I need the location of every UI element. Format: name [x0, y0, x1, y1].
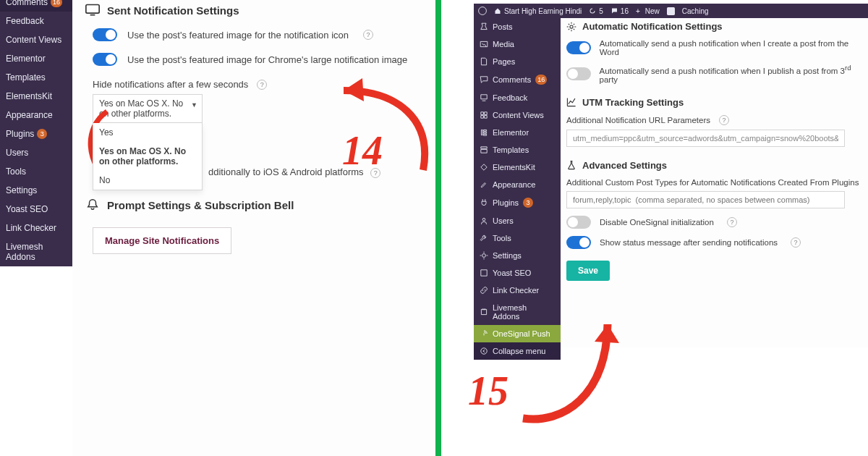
comments-link[interactable]: 16 — [610, 7, 629, 15]
sidebar-item-plugins[interactable]: Plugins3 — [474, 193, 561, 212]
custom-post-types-input[interactable] — [566, 191, 845, 208]
help-icon[interactable]: ? — [791, 237, 801, 248]
sidebar-item-collapse-menu[interactable]: Collapse menu — [474, 342, 561, 360]
help-icon[interactable]: ? — [719, 115, 729, 125]
help-icon[interactable]: ? — [257, 80, 267, 90]
sidebar-item-livemesh-addons[interactable]: Livemesh Addons — [0, 237, 72, 266]
sidebar-item-link-checker[interactable]: Link Checker — [0, 219, 72, 237]
dropdown-option[interactable]: Yes on Mac OS X. No on other platforms. — [93, 142, 202, 171]
gear-icon — [480, 251, 488, 260]
comment-icon — [480, 75, 488, 84]
sidebar-item-comments[interactable]: Comments16 — [0, 0, 72, 12]
yoast-icon — [480, 269, 488, 277]
sidebar-item-settings[interactable]: Settings — [0, 181, 72, 200]
svg-rect-3 — [667, 7, 675, 15]
toggle-label: Automatically send a push notification w… — [600, 39, 868, 56]
yoast-admin-icon[interactable] — [667, 7, 675, 15]
sidebar-item-tools[interactable]: Tools — [0, 162, 72, 181]
sidebar-item-media[interactable]: Media — [474, 35, 561, 53]
brush-icon — [480, 180, 488, 189]
save-button[interactable]: Save — [566, 261, 610, 281]
section-title: UTM Tracking Settings — [582, 97, 684, 108]
sidebar-item-templates[interactable]: Templates — [474, 141, 561, 159]
sidebar-item-tools[interactable]: Tools — [474, 229, 561, 247]
help-icon[interactable]: ? — [370, 168, 380, 178]
addons-icon — [480, 308, 488, 316]
sidebar-item-appearance[interactable]: Appearance — [474, 176, 561, 193]
toggle-status-msg[interactable] — [566, 236, 591, 249]
svg-rect-1 — [90, 14, 95, 16]
sidebar-item-livemesh-addons[interactable]: Livemesh Addons — [474, 299, 561, 325]
sidebar-item-elementskit[interactable]: ElementsKit — [0, 87, 72, 106]
sidebar-item-posts[interactable]: Posts — [474, 18, 561, 35]
dropdown-option[interactable]: No — [93, 171, 202, 190]
sidebar-item-appearance[interactable]: Appearance — [0, 106, 72, 124]
toggle-row-chrome-large: Use the post's featured image for Chrome… — [93, 53, 424, 66]
svg-rect-0 — [86, 5, 99, 14]
section-title: Advanced Settings — [582, 160, 667, 171]
sidebar-item-link-checker[interactable]: Link Checker — [474, 282, 561, 299]
svg-point-2 — [479, 7, 487, 15]
monitor-icon — [85, 4, 100, 17]
sidebar-item-plugins[interactable]: Plugins3 — [0, 124, 72, 143]
plug-icon — [480, 198, 488, 207]
section-automatic-notification: Automatic Notification Settings — [566, 18, 868, 32]
toggle-label: Disable OneSignal initialization — [600, 218, 714, 227]
new-link[interactable]: +New — [636, 7, 660, 15]
chevron-down-icon: ▼ — [191, 100, 197, 110]
flask-icon — [566, 160, 576, 170]
toggle-row-auto-create: Automatically send a push notification w… — [566, 39, 868, 56]
section-advanced: Advanced Settings — [566, 160, 868, 171]
updates-link[interactable]: 5 — [589, 7, 603, 15]
toggle-featured-icon[interactable] — [93, 28, 117, 41]
toggle-chrome-large[interactable] — [93, 53, 117, 66]
toggle-disable-init[interactable] — [566, 216, 591, 229]
dropdown-option[interactable]: Yes — [93, 123, 202, 142]
right-screenshot: Start High Earning Hindi 5 16 +New Cachi… — [441, 0, 868, 456]
sidebar-item-onesignal-push[interactable]: OneSignal Push — [474, 325, 561, 342]
truncated-platform-text: dditionally to iOS & Android platforms ? — [208, 166, 424, 178]
sidebar-item-comments[interactable]: Comments16 — [474, 70, 561, 89]
toggle-auto-create[interactable] — [566, 41, 591, 54]
svg-point-4 — [570, 25, 573, 28]
sidebar-item-yoast-seo[interactable]: Yoast SEO — [0, 200, 72, 219]
media-icon — [480, 40, 488, 48]
badge: 16 — [535, 75, 547, 85]
help-icon[interactable]: ? — [363, 30, 373, 40]
sidebar-item-elementskit[interactable]: ElementsKit — [474, 159, 561, 176]
sidebar-item-content-views[interactable]: Content Views — [474, 106, 561, 124]
toggle-auto-publish[interactable] — [566, 67, 591, 80]
site-home-link[interactable]: Start High Earning Hindi — [494, 7, 582, 15]
section-prompt-settings: Prompt Settings & Subscription Bell — [85, 198, 424, 211]
custom-post-types-label: Additional Custom Post Types for Automat… — [566, 178, 868, 187]
sidebar-item-templates[interactable]: Templates — [0, 68, 72, 87]
sidebar-item-elementor[interactable]: Elementor — [0, 49, 72, 68]
sidebar-item-pages[interactable]: Pages — [474, 53, 561, 70]
toggle-row-disable-init: Disable OneSignal initialization ? — [566, 216, 868, 229]
sidebar-item-elementor[interactable]: Elementor — [474, 124, 561, 141]
toggle-row-status-msg: Show status message after sending notifi… — [566, 236, 868, 249]
badge: 16 — [51, 0, 62, 7]
manage-site-notifications-button[interactable]: Manage Site Notifications — [93, 227, 231, 254]
utm-params-input[interactable] — [566, 130, 845, 147]
section-utm-tracking: UTM Tracking Settings — [566, 97, 868, 108]
wp-logo-icon[interactable] — [478, 7, 487, 15]
sidebar-item-feedback[interactable]: Feedback — [0, 12, 72, 30]
dropdown-selected[interactable]: Yes on Mac OS X. No on other platforms. … — [93, 94, 203, 123]
toggle-row-auto-publish: Automatically send a push notification w… — [566, 64, 868, 84]
sidebar-item-yoast-seo[interactable]: Yoast SEO — [474, 264, 561, 282]
sidebar-item-content-views[interactable]: Content Views — [0, 30, 72, 49]
sidebar-item-feedback[interactable]: Feedback — [474, 89, 561, 106]
sidebar-item-users[interactable]: Users — [474, 212, 561, 229]
toggle-label: Automatically send a push notification w… — [600, 64, 868, 84]
onesignal-settings-panel-right: Automatic Notification Settings Automati… — [561, 18, 868, 347]
utm-params-label: Additional Notification URL Parameters ? — [566, 115, 868, 125]
feedback-icon — [480, 93, 488, 102]
help-icon[interactable]: ? — [727, 217, 737, 227]
page-icon — [480, 57, 488, 66]
sidebar-item-settings[interactable]: Settings — [474, 247, 561, 264]
wrench-icon — [480, 234, 488, 242]
sidebar-item-users[interactable]: Users — [0, 143, 72, 162]
hide-notifications-dropdown[interactable]: Yes on Mac OS X. No on other platforms. … — [93, 94, 203, 123]
caching-link[interactable]: Caching — [682, 7, 709, 15]
